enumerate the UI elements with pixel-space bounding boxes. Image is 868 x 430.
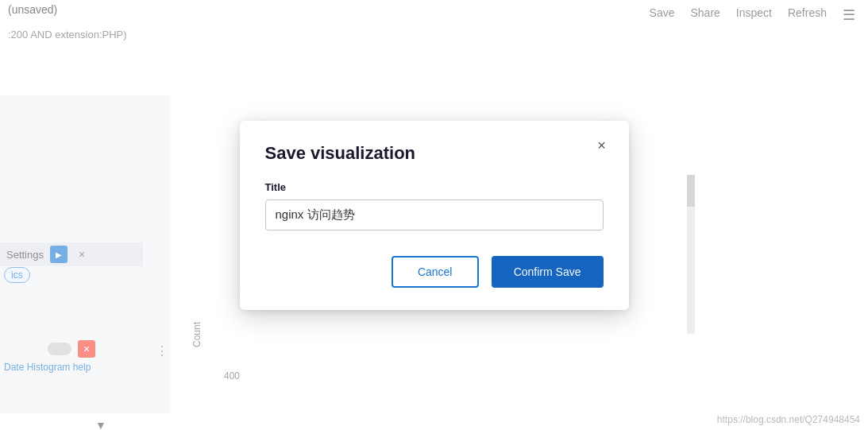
title-field-label: Title	[265, 181, 604, 193]
cancel-button[interactable]: Cancel	[392, 256, 479, 288]
modal-overlay: × Save visualization Title Cancel Confir…	[0, 0, 868, 430]
dialog-title: Save visualization	[265, 143, 604, 164]
save-dialog: × Save visualization Title Cancel Confir…	[240, 121, 629, 310]
title-field-wrapper	[265, 200, 604, 230]
dialog-close-button[interactable]: ×	[591, 135, 613, 157]
dialog-actions: Cancel Confirm Save	[265, 256, 604, 288]
confirm-save-button[interactable]: Confirm Save	[492, 256, 604, 288]
title-input[interactable]	[265, 200, 604, 230]
